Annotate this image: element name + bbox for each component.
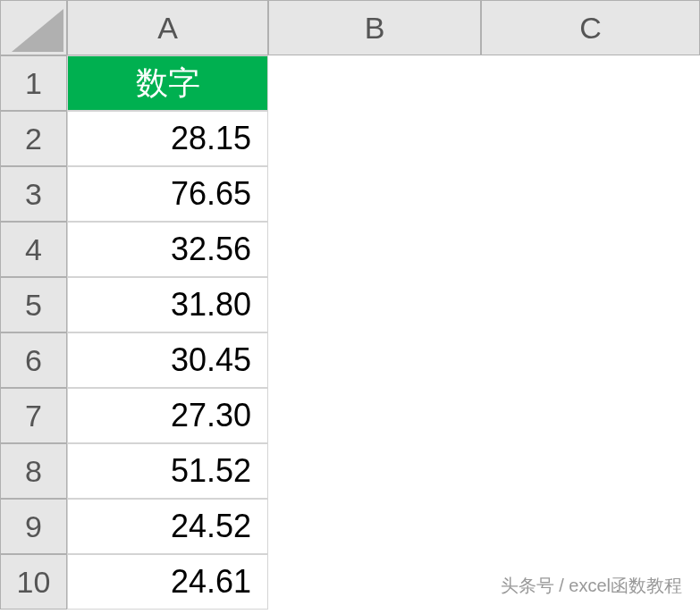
cell-a2[interactable]: 28.15 <box>67 111 268 166</box>
cell-c4[interactable] <box>481 222 700 277</box>
cell-c5[interactable] <box>481 277 700 332</box>
cell-c6[interactable] <box>481 332 700 388</box>
row-header-1[interactable]: 1 <box>0 55 67 111</box>
cell-b1[interactable] <box>268 55 481 111</box>
cell-b7[interactable] <box>268 388 481 443</box>
cell-a10[interactable]: 24.61 <box>67 554 268 610</box>
cell-a1[interactable]: 数字 <box>67 55 268 111</box>
row-header-9[interactable]: 9 <box>0 499 67 554</box>
row-header-10[interactable]: 10 <box>0 554 67 610</box>
cell-a5[interactable]: 31.80 <box>67 277 268 332</box>
row-header-6[interactable]: 6 <box>0 332 67 388</box>
cell-a7[interactable]: 27.30 <box>67 388 268 443</box>
cell-a6[interactable]: 30.45 <box>67 332 268 388</box>
cell-b2[interactable] <box>268 111 481 166</box>
cell-b10[interactable] <box>268 554 481 610</box>
select-all-corner[interactable] <box>0 0 67 55</box>
row-header-2[interactable]: 2 <box>0 111 67 166</box>
row-header-5[interactable]: 5 <box>0 277 67 332</box>
cell-c1[interactable] <box>481 55 700 111</box>
cell-c9[interactable] <box>481 499 700 554</box>
column-header-a[interactable]: A <box>67 0 268 55</box>
row-header-8[interactable]: 8 <box>0 443 67 499</box>
watermark-text: 头条号 / excel函数教程 <box>501 574 682 598</box>
cell-a4[interactable]: 32.56 <box>67 222 268 277</box>
cell-a9[interactable]: 24.52 <box>67 499 268 554</box>
cell-b6[interactable] <box>268 332 481 388</box>
cell-a3[interactable]: 76.65 <box>67 166 268 222</box>
cell-c7[interactable] <box>481 388 700 443</box>
cell-b3[interactable] <box>268 166 481 222</box>
cell-b8[interactable] <box>268 443 481 499</box>
cell-c8[interactable] <box>481 443 700 499</box>
row-header-7[interactable]: 7 <box>0 388 67 443</box>
spreadsheet-grid: A B C 1 数字 2 28.15 3 76.65 4 32.56 5 31.… <box>0 0 700 610</box>
cell-a8[interactable]: 51.52 <box>67 443 268 499</box>
column-header-c[interactable]: C <box>481 0 700 55</box>
cell-c2[interactable] <box>481 111 700 166</box>
cell-b5[interactable] <box>268 277 481 332</box>
cell-b9[interactable] <box>268 499 481 554</box>
row-header-3[interactable]: 3 <box>0 166 67 222</box>
cell-c3[interactable] <box>481 166 700 222</box>
corner-triangle-icon <box>12 9 63 52</box>
cell-b4[interactable] <box>268 222 481 277</box>
row-header-4[interactable]: 4 <box>0 222 67 277</box>
column-header-b[interactable]: B <box>268 0 481 55</box>
